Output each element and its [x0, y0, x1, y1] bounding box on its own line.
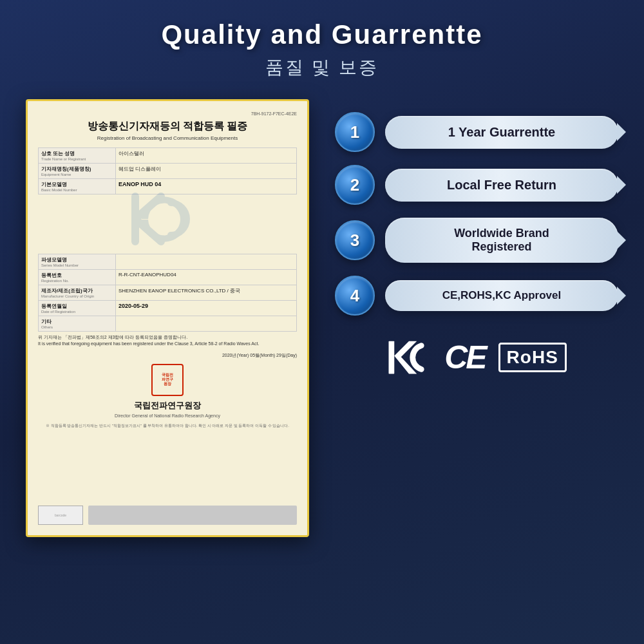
svg-rect-0: [389, 341, 395, 374]
cert-label-1-kr: 상호 또는 성명: [41, 150, 113, 157]
cert-label-5-kr: 등록번호: [41, 272, 113, 279]
cert-body-text: 위 기자재는 「전파법」제58조의2 제3항에 따라 등록되었음을 증명합니다.…: [38, 334, 297, 347]
cert-date-line: 2020년(Year) 05월(Month) 29일(Day): [38, 352, 297, 359]
features-area: 1 1 Year Guarrentte 2 Local Free Return …: [335, 99, 618, 380]
cert-body-line-1: 위 기자재는 「전파법」제58조의2 제3항에 따라 등록되었음을 증명합니다.: [38, 335, 187, 339]
feature-pill-1: 1 Year Guarrentte: [385, 116, 618, 149]
cert-label-6-en: Manufacturer Country of Origin: [41, 294, 113, 298]
cert-kc-watermark-area: [38, 200, 297, 251]
rohs-logo: RoHS: [498, 343, 567, 372]
feature-badge-4: 4: [335, 276, 375, 316]
feature-pill-4: CE,ROHS,KC Approvel: [385, 280, 618, 311]
rohs-label: RoHS: [507, 347, 558, 367]
cert-label-6-kr: 제조자/제조(조립)국가: [41, 287, 113, 294]
cert-table: 상호 또는 성명 Trade Name or Registrant 아이스텔러 …: [38, 147, 297, 194]
feature-item-2: 2 Local Free Return: [335, 165, 618, 205]
cert-value-7: 2020-05-29: [118, 303, 148, 309]
content-area: 7BH-9172-F7EC-4E2E 방송통신기자재등의 적합등록 필증 Reg…: [26, 99, 618, 631]
feature-pill-3: Worldwide Brand Registered: [385, 218, 618, 263]
cert-body-line-2: It is verified that foregoing equipment …: [38, 341, 259, 346]
feature-item-4: 4 CE,ROHS,KC Approvel: [335, 276, 618, 316]
feature-item-1: 1 1 Year Guarrentte: [335, 112, 618, 152]
feature-number-1: 1: [350, 122, 359, 142]
cert-header-code: 7BH-9172-F7EC-4E2E: [38, 111, 297, 116]
cert-label-7-kr: 등록연월일: [41, 303, 113, 310]
cert-label-1-en: Trade Name or Registrant: [41, 157, 113, 161]
feature-badge-1: 1: [335, 112, 375, 152]
cert-label-5-en: Registration No.: [41, 279, 113, 283]
cert-value-3: EANOP HUD 04: [118, 181, 161, 187]
cert-table-2: 파생모델명 Series Model Number 등록번호 Registrat…: [38, 254, 297, 332]
cert-row-6: 제조자/제조(조립)국가 Manufacturer Country of Ori…: [39, 285, 297, 301]
cert-value-6: SHENZHEN EANOP ELECTRONICS CO.,LTD / 중국: [118, 288, 240, 294]
feature-number-2: 2: [350, 175, 359, 195]
cert-value-2: 헤드업 디스플레이: [118, 166, 161, 172]
cert-row-2: 기자재명칭(제품명칭) Equipment Name 헤드업 디스플레이: [39, 164, 297, 179]
subtitle: 품질 및 보증: [265, 55, 379, 80]
ce-label: CE: [444, 339, 485, 375]
cert-agency-kr: 국립전파연구원장: [38, 400, 297, 412]
cert-row-1: 상호 또는 성명 Trade Name or Registrant 아이스텔러: [39, 148, 297, 164]
certificate-card: 7BH-9172-F7EC-4E2E 방송통신기자재등의 적합등록 필증 Reg…: [26, 99, 309, 537]
cert-stamp-area: 국립전파연구원장: [38, 364, 297, 396]
cert-label-8-kr: 기타: [41, 318, 113, 325]
cert-label-3-kr: 기본모델명: [41, 181, 113, 188]
cert-label-2-kr: 기자재명칭(제품명칭): [41, 166, 113, 173]
cert-bottom-bar: barcode: [38, 506, 297, 525]
cert-label-7-en: Date of Registration: [41, 310, 113, 314]
cert-label-4-en: Series Model Number: [41, 263, 113, 267]
cert-label-2-en: Equipment Name: [41, 173, 113, 176]
cert-row-8: 기타 Others: [39, 316, 297, 332]
cert-row-5: 등록번호 Registration No. R-R-CNT-EANOPHUD04: [39, 270, 297, 285]
cert-stamp-text: 국립전파연구원장: [162, 373, 173, 387]
cert-stamp: 국립전파연구원장: [151, 364, 184, 396]
kc-watermark: [129, 190, 206, 261]
kc-logo: [386, 335, 431, 380]
cert-subtitle: Registration of Broadcasting and Communi…: [38, 135, 297, 141]
kc-logo-svg: [386, 335, 431, 380]
feature-pill-2: Local Free Return: [385, 169, 618, 202]
feature-badge-2: 2: [335, 165, 375, 205]
feature-item-3: 3 Worldwide Brand Registered: [335, 218, 618, 263]
cert-gray-bar: [88, 506, 297, 525]
cert-label-8-en: Others: [41, 325, 113, 329]
cert-main-title: 방송통신기자재등의 적합등록 필증: [38, 120, 297, 133]
cert-agency-en: Director General of National Radio Resea…: [38, 413, 297, 418]
main-title: Quality and Guarrentte: [161, 19, 482, 50]
cert-value-5: R-R-CNT-EANOPHUD04: [118, 272, 176, 278]
feature-number-3: 3: [350, 231, 359, 251]
cert-row-7: 등록연월일 Date of Registration 2020-05-29: [39, 301, 297, 316]
cert-label-3-en: Basic Model Number: [41, 188, 113, 192]
feature-badge-3: 3: [335, 220, 375, 260]
logos-row: CE RoHS: [335, 335, 618, 380]
cert-disclaimer: ※ 적합등록 방송통신기자재는 반드시 "적합정보가표시" 를 부착하여 유통하…: [38, 423, 297, 428]
cert-value-1: 아이스텔러: [118, 151, 144, 156]
cert-label-4-kr: 파생모델명: [41, 256, 113, 263]
cert-barcode: barcode: [38, 506, 83, 525]
ce-logo: CE: [444, 339, 485, 376]
feature-number-4: 4: [350, 286, 359, 306]
page-wrapper: Quality and Guarrentte 품질 및 보증 7BH-9172-…: [0, 0, 644, 644]
